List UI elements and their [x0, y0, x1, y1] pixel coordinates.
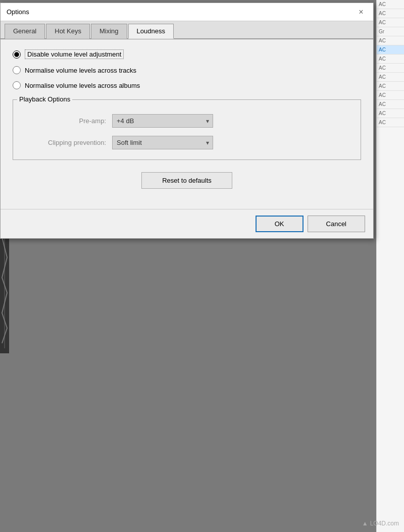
title-bar: Options × [1, 3, 373, 21]
ok-button[interactable]: OK [256, 216, 304, 232]
sidebar-item-5: AC [377, 45, 404, 55]
sidebar-item-0: AC [377, 0, 404, 9]
reset-button-container: Reset to defaults [13, 172, 361, 189]
preamp-select[interactable]: +4 dB 0 dB +2 dB +6 dB +8 dB [112, 114, 213, 128]
watermark-text: LO4D.com [370, 520, 399, 527]
options-dialog: Options × General Hot Keys Mixing Loudne… [0, 3, 374, 239]
tab-loudness[interactable]: Loudness [128, 24, 174, 39]
sidebar-item-13: AC [377, 118, 404, 127]
preamp-label: Pre-amp: [21, 117, 112, 125]
sidebar-item-2: AC [377, 18, 404, 27]
tabs-container: General Hot Keys Mixing Loudness [1, 21, 373, 39]
playback-options-legend: Playback Options [17, 95, 72, 103]
dialog-title: Options [7, 8, 29, 16]
sidebar-background: ACACACGrACACACACACACACACACAC [376, 0, 404, 532]
volume-adjustment-options: Disable volume level adjustment Normalis… [13, 49, 361, 89]
sidebar-item-6: AC [377, 55, 404, 64]
radio-albums-label: Normalise volume levels across albums [25, 82, 140, 89]
sidebar-item-4: AC [377, 36, 404, 45]
radio-disable-input[interactable] [13, 50, 21, 59]
tab-general[interactable]: General [5, 24, 45, 39]
radio-disable-option[interactable]: Disable volume level adjustment [13, 49, 361, 59]
sidebar-item-3: Gr [377, 27, 404, 36]
tab-mixing[interactable]: Mixing [91, 24, 127, 39]
sidebar-item-7: AC [377, 64, 404, 73]
radio-albums-option[interactable]: Normalise volume levels across albums [13, 81, 361, 89]
sidebar-item-11: AC [377, 100, 404, 109]
clipping-select[interactable]: Soft limit Hard limit None [112, 136, 213, 149]
radio-tracks-option[interactable]: Normalise volume levels across tracks [13, 66, 361, 74]
watermark-icon: ▲ [362, 520, 368, 527]
sidebar-item-1: AC [377, 9, 404, 18]
sidebar-item-12: AC [377, 109, 404, 118]
radio-disable-label: Disable volume level adjustment [25, 49, 124, 59]
dialog-footer: OK Cancel [1, 209, 373, 238]
clipping-row: Clipping prevention: Soft limit Hard lim… [21, 136, 352, 149]
sidebar-item-10: AC [377, 91, 404, 100]
tab-hotkeys[interactable]: Hot Keys [46, 24, 90, 39]
cancel-button[interactable]: Cancel [308, 216, 365, 232]
clipping-select-wrapper: Soft limit Hard limit None [112, 136, 213, 149]
close-button[interactable]: × [355, 6, 367, 18]
preamp-select-wrapper: +4 dB 0 dB +2 dB +6 dB +8 dB [112, 114, 213, 128]
radio-tracks-label: Normalise volume levels across tracks [25, 67, 136, 74]
sidebar-item-8: AC [377, 73, 404, 82]
radio-tracks-input[interactable] [13, 66, 21, 74]
sidebar-item-9: AC [377, 82, 404, 91]
preamp-row: Pre-amp: +4 dB 0 dB +2 dB +6 dB +8 dB [21, 114, 352, 128]
reset-to-defaults-button[interactable]: Reset to defaults [141, 172, 232, 189]
clipping-label: Clipping prevention: [21, 139, 112, 146]
watermark: ▲ LO4D.com [362, 520, 399, 527]
playback-options-group: Playback Options Pre-amp: +4 dB 0 dB +2 … [13, 99, 361, 160]
radio-albums-input[interactable] [13, 81, 21, 89]
dialog-content: Disable volume level adjustment Normalis… [1, 39, 373, 209]
